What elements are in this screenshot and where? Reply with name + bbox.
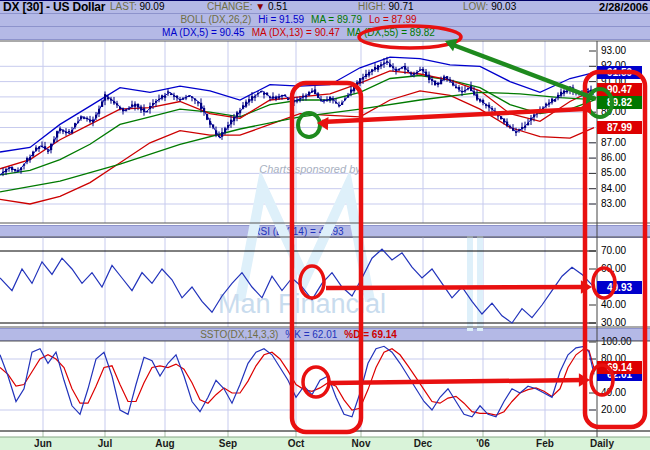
price-tick: 85.00	[601, 167, 649, 179]
ssto-name: SSTO(DX,14,3,3)	[200, 329, 278, 341]
rsi-tick: 70.00	[601, 245, 649, 257]
bollinger-bar: BOLL (DX,26,2) Hi = 91.59 MA = 89.79 Lo …	[0, 14, 650, 27]
month-label-Jul: Jul	[98, 438, 112, 449]
ma55-value: MA (DX,55) = 89.82	[347, 27, 435, 39]
ssto-tick: 40.00	[601, 387, 649, 399]
badge-boll-hi: 91.59	[597, 66, 642, 79]
ma5-value: MA (DX,5) = 90.45	[162, 27, 245, 39]
badge-ssto-d: 69.14	[597, 361, 642, 374]
ssto-tick: 20.00	[601, 404, 649, 416]
rsi-tick: 60.00	[601, 263, 649, 275]
price-tick: 93.00	[601, 45, 649, 57]
moving-average-bar: MA (DX,5) = 90.45 MA (DX,13) = 90.47 MA …	[0, 27, 650, 40]
boll-hi-value: Hi = 91.59	[258, 14, 304, 26]
rsi-panel[interactable]	[0, 237, 597, 327]
month-label-Aug: Aug	[155, 438, 174, 449]
rsi-tick: 30.00	[601, 317, 649, 329]
time-axis: JunJulAugSepOctNovDec'06FebDaily	[0, 437, 650, 450]
low-quote: LOW: 90.03	[463, 1, 516, 13]
high-quote: HIGH: 90.71	[358, 1, 414, 13]
month-label-Sep: Sep	[219, 438, 237, 449]
boll-lo-value: Lo = 87.99	[369, 14, 417, 26]
badge-rsi: 49.93	[597, 281, 642, 294]
month-label-Dec: Dec	[414, 438, 432, 449]
month-label-Nov: Nov	[352, 438, 371, 449]
boll-name: BOLL (DX,26,2)	[180, 14, 251, 26]
chart-window: DX [30] - US Dollar LAST: 90.09 CHANGE: …	[0, 0, 650, 450]
price-panel[interactable]	[0, 41, 597, 223]
change-quote: CHANGE: ▼ 0.51	[207, 1, 288, 13]
month-label-Feb: Feb	[536, 438, 554, 449]
ssto-k-value: %K = 62.01	[285, 329, 337, 341]
ssto-tick: 100.00	[601, 336, 649, 348]
quote-bar: DX [30] - US Dollar LAST: 90.09 CHANGE: …	[0, 1, 650, 14]
month-label-06: '06	[476, 438, 490, 449]
price-tick: 84.00	[601, 183, 649, 195]
ssto-d-value: %D = 69.14	[344, 329, 397, 341]
down-arrow-icon: ▼	[255, 1, 265, 12]
price-tick: 87.00	[601, 137, 649, 149]
period-label: Daily	[590, 438, 614, 449]
rsi-tick: 40.00	[601, 299, 649, 311]
stochastic-panel[interactable]	[0, 341, 597, 431]
month-label-Oct: Oct	[288, 438, 305, 449]
last-quote: LAST: 90.09	[110, 1, 165, 13]
month-label-Jun: Jun	[34, 438, 52, 449]
price-tick: 83.00	[601, 198, 649, 210]
badge-ma55: 89.82	[597, 96, 642, 109]
badge-ma13: 90.47	[597, 83, 642, 96]
price-tick: 86.00	[601, 152, 649, 164]
badge-boll-lo: 87.99	[597, 121, 642, 134]
symbol-title: DX [30] - US Dollar	[3, 1, 105, 13]
ma13-value: MA (DX,13) = 90.47	[252, 27, 340, 39]
stochastic-bar: SSTO(DX,14,3,3) %K = 62.01 %D = 69.14	[0, 328, 650, 341]
quote-date: 2/28/2006	[599, 1, 648, 13]
boll-ma-value: MA = 89.79	[311, 14, 362, 26]
